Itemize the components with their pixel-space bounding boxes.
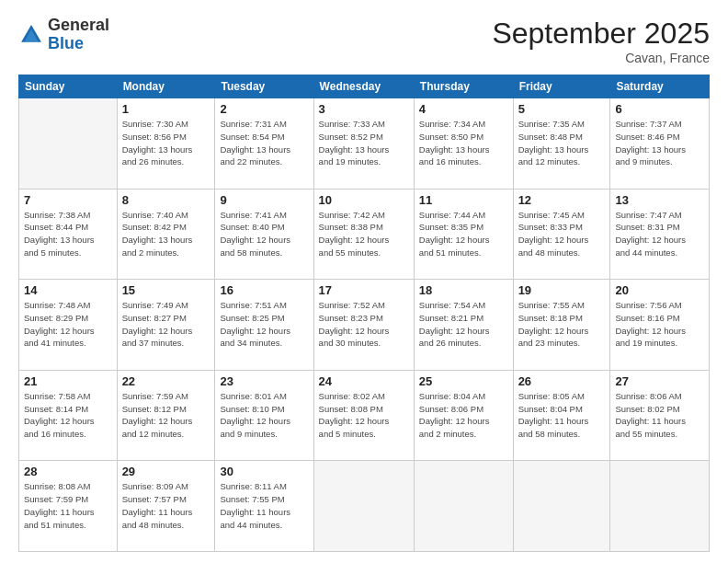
day-number: 1 [122,102,210,116]
day-number: 4 [419,102,508,116]
day-info: Sunrise: 8:02 AMSunset: 8:08 PMDaylight:… [319,390,409,441]
calendar-cell: 28Sunrise: 8:08 AMSunset: 7:59 PMDayligh… [19,461,118,552]
day-info: Sunrise: 7:51 AMSunset: 8:25 PMDaylight:… [220,299,308,350]
day-number: 14 [24,283,112,297]
day-info: Sunrise: 7:48 AMSunset: 8:29 PMDaylight:… [24,299,112,350]
calendar-cell: 11Sunrise: 7:44 AMSunset: 8:35 PMDayligh… [414,189,513,280]
calendar-cell: 18Sunrise: 7:54 AMSunset: 8:21 PMDayligh… [414,280,513,371]
logo-blue: Blue [48,34,84,52]
calendar-cell [610,461,710,552]
calendar-cell: 1Sunrise: 7:30 AMSunset: 8:56 PMDaylight… [117,98,215,190]
calendar-cell: 12Sunrise: 7:45 AMSunset: 8:33 PMDayligh… [513,189,610,280]
logo-icon [18,22,44,48]
calendar-week-3: 21Sunrise: 7:58 AMSunset: 8:14 PMDayligh… [19,370,710,461]
day-info: Sunrise: 7:45 AMSunset: 8:33 PMDaylight:… [518,209,606,259]
day-info: Sunrise: 8:11 AMSunset: 7:55 PMDaylight:… [220,480,308,531]
day-info: Sunrise: 7:55 AMSunset: 8:18 PMDaylight:… [518,299,606,350]
logo-text: General Blue [48,17,109,53]
day-info: Sunrise: 8:09 AMSunset: 7:57 PMDaylight:… [122,480,210,531]
calendar-cell: 17Sunrise: 7:52 AMSunset: 8:23 PMDayligh… [313,280,414,371]
header: General Blue September 2025 Cavan, Franc… [18,17,710,65]
day-info: Sunrise: 7:34 AMSunset: 8:50 PMDaylight:… [419,118,508,168]
day-info: Sunrise: 7:40 AMSunset: 8:42 PMDaylight:… [122,209,210,259]
calendar-week-4: 28Sunrise: 8:08 AMSunset: 7:59 PMDayligh… [19,461,710,552]
calendar-cell [19,98,118,190]
calendar-header-sunday: Sunday [19,75,118,98]
calendar-header-wednesday: Wednesday [313,75,414,98]
day-number: 18 [419,283,508,297]
calendar-header-monday: Monday [117,75,215,98]
day-number: 11 [419,193,508,207]
day-number: 15 [122,283,210,297]
title-block: September 2025 Cavan, France [492,17,710,65]
calendar-header-row: SundayMondayTuesdayWednesdayThursdayFrid… [19,75,710,98]
day-number: 24 [319,374,409,388]
day-info: Sunrise: 7:58 AMSunset: 8:14 PMDaylight:… [24,390,112,441]
day-number: 22 [122,374,210,388]
calendar-cell: 15Sunrise: 7:49 AMSunset: 8:27 PMDayligh… [117,280,215,371]
day-info: Sunrise: 7:44 AMSunset: 8:35 PMDaylight:… [419,209,508,259]
calendar-cell: 27Sunrise: 8:06 AMSunset: 8:02 PMDayligh… [610,370,710,461]
month-title: September 2025 [492,17,710,51]
calendar-cell [513,461,610,552]
calendar-cell: 19Sunrise: 7:55 AMSunset: 8:18 PMDayligh… [513,280,610,371]
day-info: Sunrise: 8:05 AMSunset: 8:04 PMDaylight:… [518,390,606,441]
calendar-cell: 29Sunrise: 8:09 AMSunset: 7:57 PMDayligh… [117,461,215,552]
calendar-header-friday: Friday [513,75,610,98]
day-number: 2 [220,102,308,116]
calendar-cell: 4Sunrise: 7:34 AMSunset: 8:50 PMDaylight… [414,98,513,190]
day-info: Sunrise: 7:49 AMSunset: 8:27 PMDaylight:… [122,299,210,350]
calendar-cell: 25Sunrise: 8:04 AMSunset: 8:06 PMDayligh… [414,370,513,461]
day-info: Sunrise: 7:37 AMSunset: 8:46 PMDaylight:… [615,118,704,168]
calendar-cell: 24Sunrise: 8:02 AMSunset: 8:08 PMDayligh… [313,370,414,461]
day-info: Sunrise: 8:08 AMSunset: 7:59 PMDaylight:… [24,480,112,531]
calendar-cell: 20Sunrise: 7:56 AMSunset: 8:16 PMDayligh… [610,280,710,371]
calendar-cell: 9Sunrise: 7:41 AMSunset: 8:40 PMDaylight… [215,189,313,280]
day-number: 5 [518,102,606,116]
day-info: Sunrise: 8:06 AMSunset: 8:02 PMDaylight:… [615,390,704,441]
calendar-cell: 14Sunrise: 7:48 AMSunset: 8:29 PMDayligh… [19,280,118,371]
calendar-cell: 23Sunrise: 8:01 AMSunset: 8:10 PMDayligh… [215,370,313,461]
page: General Blue September 2025 Cavan, Franc… [0,0,728,563]
calendar-cell: 16Sunrise: 7:51 AMSunset: 8:25 PMDayligh… [215,280,313,371]
day-number: 29 [122,465,210,478]
calendar-cell: 30Sunrise: 8:11 AMSunset: 7:55 PMDayligh… [215,461,313,552]
day-info: Sunrise: 7:52 AMSunset: 8:23 PMDaylight:… [319,299,409,350]
day-number: 16 [220,283,308,297]
day-number: 19 [518,283,606,297]
day-number: 23 [220,374,308,388]
day-number: 3 [319,102,409,116]
day-info: Sunrise: 7:59 AMSunset: 8:12 PMDaylight:… [122,390,210,441]
calendar-cell: 7Sunrise: 7:38 AMSunset: 8:44 PMDaylight… [19,189,118,280]
calendar-cell: 26Sunrise: 8:05 AMSunset: 8:04 PMDayligh… [513,370,610,461]
day-number: 10 [319,193,409,207]
calendar-cell: 8Sunrise: 7:40 AMSunset: 8:42 PMDaylight… [117,189,215,280]
day-info: Sunrise: 7:54 AMSunset: 8:21 PMDaylight:… [419,299,508,350]
calendar-cell: 10Sunrise: 7:42 AMSunset: 8:38 PMDayligh… [313,189,414,280]
calendar-cell: 2Sunrise: 7:31 AMSunset: 8:54 PMDaylight… [215,98,313,190]
day-number: 25 [419,374,508,388]
calendar-cell: 22Sunrise: 7:59 AMSunset: 8:12 PMDayligh… [117,370,215,461]
calendar-week-2: 14Sunrise: 7:48 AMSunset: 8:29 PMDayligh… [19,280,710,371]
day-info: Sunrise: 7:42 AMSunset: 8:38 PMDaylight:… [319,209,409,259]
day-number: 8 [122,193,210,207]
calendar-cell: 21Sunrise: 7:58 AMSunset: 8:14 PMDayligh… [19,370,118,461]
calendar-week-1: 7Sunrise: 7:38 AMSunset: 8:44 PMDaylight… [19,189,710,280]
calendar-header-tuesday: Tuesday [215,75,313,98]
day-number: 17 [319,283,409,297]
day-number: 9 [220,193,308,207]
day-number: 30 [220,465,308,478]
day-info: Sunrise: 7:33 AMSunset: 8:52 PMDaylight:… [319,118,409,168]
day-number: 28 [24,465,112,478]
day-number: 26 [518,374,606,388]
calendar-cell: 5Sunrise: 7:35 AMSunset: 8:48 PMDaylight… [513,98,610,190]
day-info: Sunrise: 7:56 AMSunset: 8:16 PMDaylight:… [615,299,704,350]
logo: General Blue [18,17,109,53]
day-info: Sunrise: 7:31 AMSunset: 8:54 PMDaylight:… [220,118,308,168]
day-number: 6 [615,102,704,116]
calendar-cell [313,461,414,552]
day-info: Sunrise: 7:47 AMSunset: 8:31 PMDaylight:… [615,209,704,259]
day-info: Sunrise: 7:38 AMSunset: 8:44 PMDaylight:… [24,209,112,259]
day-number: 13 [615,193,704,207]
calendar-cell [414,461,513,552]
